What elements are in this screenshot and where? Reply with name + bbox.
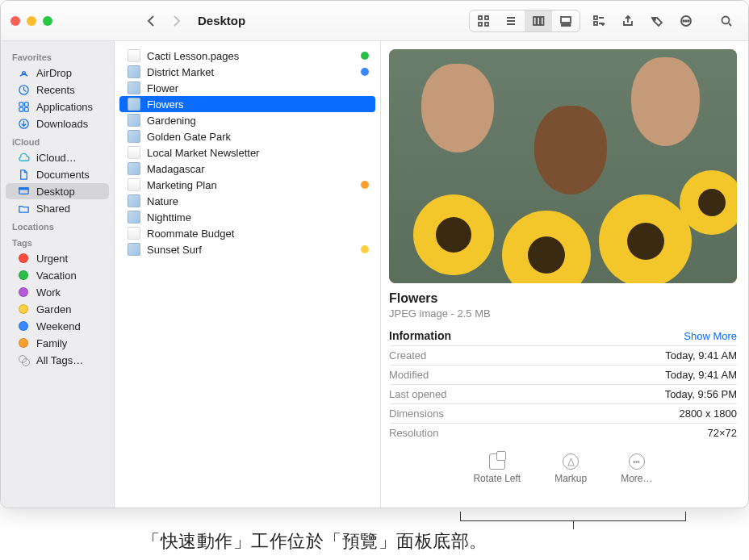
svg-point-35: [636, 461, 638, 462]
file-row[interactable]: District Market: [119, 64, 375, 80]
file-row[interactable]: Flower: [119, 80, 375, 96]
file-row[interactable]: Roommate Budget: [119, 225, 375, 241]
tag-dot-icon: [17, 252, 30, 265]
image-icon: [128, 114, 140, 127]
close-window-button[interactable]: [10, 16, 20, 26]
file-name: Marketing Plan: [147, 179, 217, 191]
more-label: More…: [621, 473, 652, 484]
sidebar-item-all-tags-[interactable]: All Tags…: [6, 352, 109, 368]
svg-rect-13: [568, 24, 571, 26]
file-name: District Market: [147, 66, 214, 78]
sidebar-item-label: iCloud…: [36, 152, 77, 164]
sidebar-item-garden[interactable]: Garden: [6, 301, 109, 317]
share-button[interactable]: [616, 10, 640, 31]
info-row: Resolution72×72: [389, 423, 737, 442]
rotate-left-button[interactable]: Rotate Left: [473, 453, 521, 484]
file-tag-dot: [361, 245, 369, 253]
sidebar-item-urgent[interactable]: Urgent: [6, 250, 109, 266]
file-name: Flower: [147, 82, 178, 94]
sidebar-item-icloud-[interactable]: iCloud…: [6, 149, 109, 165]
info-header: Information: [389, 329, 451, 342]
sidebar-item-shared[interactable]: Shared: [6, 200, 109, 216]
more-actions-button[interactable]: More…: [621, 453, 652, 484]
doc-icon: [17, 168, 30, 181]
sidebar-item-vacation[interactable]: Vacation: [6, 267, 109, 283]
file-row[interactable]: Sunset Surf: [119, 241, 375, 257]
document-icon: [128, 227, 140, 240]
zoom-window-button[interactable]: [43, 16, 52, 26]
image-icon: [128, 194, 140, 207]
finder-window: Desktop FavoritesAirDropRecentsApplicati…: [0, 0, 749, 508]
file-row[interactable]: Golden Gate Park: [119, 128, 375, 144]
svg-rect-14: [594, 16, 597, 19]
sidebar-item-documents[interactable]: Documents: [6, 166, 109, 182]
file-tag-dot: [361, 68, 369, 76]
svg-line-24: [729, 23, 731, 26]
info-key: Modified: [389, 369, 429, 381]
sidebar-item-label: Garden: [36, 303, 71, 316]
svg-rect-11: [562, 24, 564, 26]
file-row[interactable]: Marketing Plan: [119, 177, 375, 193]
sidebar-item-label: AirDrop: [36, 67, 72, 79]
file-name: Local Market Newsletter: [147, 147, 259, 159]
sidebar-item-label: Urgent: [36, 253, 68, 265]
info-row: ModifiedToday, 9:41 AM: [389, 365, 737, 384]
sidebar-item-label: Documents: [36, 169, 90, 181]
svg-point-22: [688, 20, 689, 22]
sidebar-item-family[interactable]: Family: [6, 335, 109, 351]
sidebar-item-label: Recents: [36, 84, 75, 96]
sidebar-item-downloads[interactable]: Downloads: [6, 115, 109, 132]
image-icon: [128, 98, 140, 111]
image-icon: [128, 81, 140, 94]
sidebar-item-recents[interactable]: Recents: [6, 81, 109, 98]
action-menu-button[interactable]: [674, 10, 698, 31]
file-row[interactable]: Flowers: [119, 96, 375, 112]
sidebar-item-label: Applications: [36, 101, 93, 113]
image-icon: [128, 162, 140, 175]
sidebar-item-airdrop[interactable]: AirDrop: [6, 65, 109, 81]
icon-view-button[interactable]: [470, 10, 497, 31]
sidebar-item-label: Desktop: [36, 186, 75, 198]
view-switcher: [469, 10, 580, 32]
sidebar-item-label: Family: [36, 337, 67, 349]
file-row[interactable]: Local Market Newsletter: [119, 144, 375, 161]
gallery-view-button[interactable]: [552, 10, 580, 31]
back-button[interactable]: [141, 11, 162, 31]
file-row[interactable]: Gardening: [119, 112, 375, 128]
preview-subtitle: JPEG image - 2.5 MB: [389, 307, 737, 320]
sidebar-item-work[interactable]: Work: [6, 284, 109, 300]
info-value: 2800 x 1800: [679, 407, 737, 420]
markup-label: Markup: [554, 473, 587, 484]
all-tags-icon: [17, 353, 30, 366]
file-row[interactable]: Madagascar: [119, 161, 375, 177]
info-value: Today, 9:56 PM: [665, 388, 737, 400]
markup-icon: [563, 453, 579, 470]
file-name: Sunset Surf: [147, 244, 202, 256]
minimize-window-button[interactable]: [27, 16, 36, 26]
group-by-button[interactable]: [587, 10, 611, 31]
forward-button[interactable]: [165, 11, 186, 31]
svg-point-21: [685, 20, 687, 22]
svg-rect-33: [19, 187, 27, 189]
sidebar-item-weekend[interactable]: Weekend: [6, 318, 109, 334]
file-name: Golden Gate Park: [147, 131, 231, 143]
show-more-link[interactable]: Show More: [684, 330, 737, 342]
tags-button[interactable]: [645, 10, 669, 31]
file-name: Nighttime: [147, 211, 191, 224]
file-tag-dot: [361, 52, 369, 60]
preview-thumbnail: [389, 49, 737, 283]
file-row[interactable]: Cacti Lesson.pages: [119, 48, 375, 64]
search-button[interactable]: [714, 10, 739, 31]
file-tag-dot: [361, 181, 369, 189]
tag-dot-icon: [17, 269, 30, 282]
rotate-left-label: Rotate Left: [473, 473, 521, 484]
markup-button[interactable]: Markup: [554, 453, 587, 484]
column-view-button[interactable]: [525, 10, 552, 31]
file-row[interactable]: Nighttime: [119, 209, 375, 225]
list-view-button[interactable]: [497, 10, 525, 31]
sidebar-item-desktop[interactable]: Desktop: [6, 183, 109, 199]
sidebar-item-applications[interactable]: Applications: [6, 98, 109, 115]
svg-rect-2: [479, 23, 482, 26]
svg-rect-9: [541, 17, 544, 25]
file-row[interactable]: Nature: [119, 193, 375, 209]
